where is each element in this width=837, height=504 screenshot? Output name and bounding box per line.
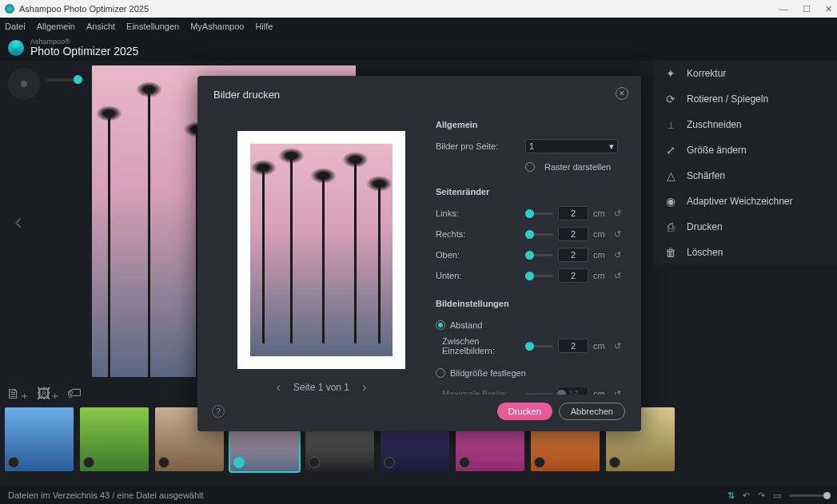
grid-label: Raster darstellen: [544, 162, 611, 172]
side-label-6: Drucken: [687, 221, 723, 232]
print-dialog: Bilder drucken ✕ ‹ Seite 1 von 1 › Allge…: [197, 76, 641, 431]
side-item-4[interactable]: △Schärfen: [653, 163, 837, 189]
max-width-label: Maximale Breite:: [436, 389, 525, 395]
add-file-icon[interactable]: 🗎₊: [6, 385, 29, 403]
margin-bottom-slider[interactable]: [525, 275, 553, 277]
side-label-4: Schärfen: [687, 170, 725, 181]
minimize-button[interactable]: —: [779, 4, 788, 14]
menubar: DateiAllgemeinAnsichtEinstellungenMyAsha…: [0, 18, 837, 35]
margin-left-slider[interactable]: [525, 212, 553, 215]
margin-bottom-label: Unten:: [436, 271, 525, 280]
margin-bottom-input[interactable]: [558, 268, 588, 283]
side-item-2[interactable]: ⟂Zuschneiden: [653, 112, 837, 137]
brand-line2: Photo Optimizer 2025: [30, 46, 138, 58]
margin-top-label: Oben:: [436, 250, 525, 260]
menu-allgemein[interactable]: Allgemein: [37, 22, 75, 31]
print-preview: [237, 131, 405, 369]
side-icon-0: ✦: [664, 67, 677, 80]
side-panel: ✦Korrektur⟳Rotieren / Spiegeln⟂Zuschneid…: [653, 61, 837, 265]
margin-top-input[interactable]: [558, 248, 588, 262]
pager-label: Seite 1 von 1: [293, 382, 349, 393]
size-option-label: Bildgröße festlegen: [450, 368, 526, 378]
menu-myashampoo[interactable]: MyAshampoo: [190, 22, 244, 31]
brand-logo-icon: [8, 40, 24, 56]
per-page-label: Bilder pro Seite:: [436, 141, 525, 151]
side-label-2: Zuschneiden: [687, 119, 742, 130]
menu-ansicht[interactable]: Ansicht: [86, 22, 115, 31]
margin-right-reset-icon[interactable]: ↺: [614, 229, 625, 240]
thumb-size-slider[interactable]: [789, 494, 829, 497]
add-image-icon[interactable]: 🖼₊: [37, 385, 59, 403]
window-title: Ashampoo Photo Optimizer 2025: [19, 4, 149, 14]
per-page-select[interactable]: 1▾: [525, 139, 618, 153]
margin-right-input[interactable]: [558, 227, 588, 241]
titlebar: Ashampoo Photo Optimizer 2025 — ☐ ✕: [0, 0, 837, 18]
help-icon[interactable]: ?: [212, 405, 225, 418]
sync-icon[interactable]: ⇅: [727, 490, 735, 501]
spacing-option-label: Abstand: [450, 320, 482, 330]
rotate-left-icon[interactable]: ↶: [743, 490, 750, 501]
nav-disc[interactable]: [8, 68, 40, 100]
side-item-3[interactable]: ⤢Größe ändern: [653, 137, 837, 163]
side-label-3: Größe ändern: [687, 145, 747, 156]
side-item-0[interactable]: ✦Korrektur: [653, 61, 837, 86]
side-icon-5: ◉: [664, 195, 677, 208]
side-item-6[interactable]: ⎙Drucken: [653, 214, 837, 240]
cancel-button[interactable]: Abbrechen: [559, 403, 625, 420]
margin-top-reset-icon[interactable]: ↺: [614, 250, 625, 260]
side-item-5[interactable]: ◉Adaptiver Weichzeichner: [653, 189, 837, 214]
print-button[interactable]: Drucken: [497, 403, 552, 420]
side-icon-1: ⟳: [664, 93, 677, 105]
section-margins: Seitenränder: [436, 187, 625, 196]
menu-hilfe[interactable]: Hilfe: [255, 22, 273, 31]
crop-tool-icon[interactable]: ▭: [773, 490, 781, 501]
status-text: Dateien im Verzeichnis 43 / eine Datei a…: [8, 490, 204, 500]
thumb-0[interactable]: [5, 407, 74, 471]
spacing-input[interactable]: [558, 339, 588, 353]
dialog-title: Bilder drucken: [213, 89, 625, 101]
maximize-button[interactable]: ☐: [803, 4, 811, 14]
spacing-between-label: Zwischen Einzelbildern:: [436, 336, 525, 355]
max-width-slider: [525, 393, 553, 395]
max-width-reset-icon: ↺: [614, 389, 625, 395]
pager-next-icon[interactable]: ›: [362, 380, 366, 395]
grid-radio[interactable]: [525, 162, 535, 172]
side-label-7: Löschen: [687, 247, 723, 258]
tag-icon[interactable]: 🏷: [67, 385, 82, 403]
spacing-radio[interactable]: [436, 320, 445, 330]
close-window-button[interactable]: ✕: [825, 4, 832, 14]
pager: ‹ Seite 1 von 1 ›: [277, 380, 367, 395]
side-item-1[interactable]: ⟳Rotieren / Spiegeln: [653, 86, 837, 112]
margin-left-reset-icon[interactable]: ↺: [614, 208, 625, 219]
menu-einstellungen[interactable]: Einstellungen: [126, 22, 179, 31]
menu-datei[interactable]: Datei: [5, 22, 26, 31]
thumb-1[interactable]: [80, 407, 149, 471]
spacing-slider[interactable]: [525, 345, 553, 347]
section-general: Allgemein: [436, 120, 625, 129]
side-item-7[interactable]: 🗑Löschen: [653, 240, 837, 265]
side-icon-6: ⎙: [664, 220, 677, 233]
spacing-reset-icon[interactable]: ↺: [614, 341, 625, 351]
side-label-1: Rotieren / Spiegeln: [687, 93, 768, 105]
margin-top-slider[interactable]: [525, 254, 553, 256]
margin-bottom-reset-icon[interactable]: ↺: [614, 271, 625, 281]
side-icon-7: 🗑: [664, 246, 677, 259]
side-label-0: Korrektur: [687, 68, 726, 79]
margin-left-input[interactable]: [558, 206, 588, 220]
side-icon-2: ⟂: [664, 118, 677, 131]
pager-prev-icon[interactable]: ‹: [277, 380, 281, 395]
margin-right-slider[interactable]: [525, 233, 553, 236]
side-icon-4: △: [664, 169, 677, 182]
section-image: Bildeinstellungen: [436, 299, 625, 308]
margin-left-label: Links:: [436, 208, 525, 218]
prev-image-arrow[interactable]: ‹: [14, 208, 22, 235]
toolstrip: 🗎₊ 🖼₊ 🏷: [6, 385, 82, 403]
size-radio[interactable]: [436, 368, 445, 378]
zoom-slider-thumb[interactable]: [74, 75, 82, 84]
side-label-5: Adaptiver Weichzeichner: [687, 196, 793, 207]
app-logo-icon: [5, 4, 14, 14]
side-icon-3: ⤢: [664, 144, 677, 157]
margin-right-label: Rechts:: [436, 229, 525, 239]
rotate-right-icon[interactable]: ↷: [758, 490, 765, 501]
dialog-close-button[interactable]: ✕: [616, 87, 628, 100]
